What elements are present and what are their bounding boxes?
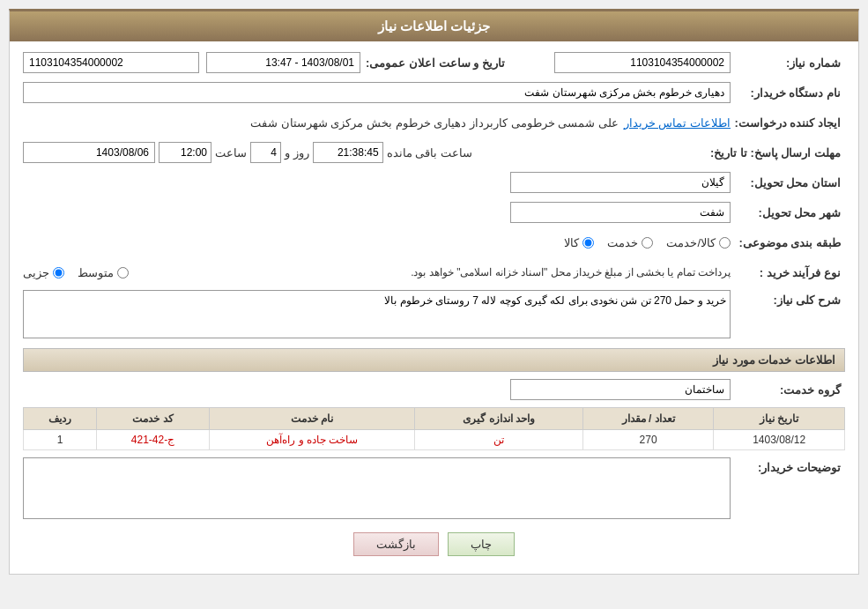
buyer-org-input bbox=[23, 82, 731, 103]
service-group-input bbox=[510, 379, 731, 400]
category-service-radio[interactable] bbox=[642, 237, 653, 249]
days-label: روز و bbox=[285, 146, 309, 160]
purchase-type-label: نوع فرآیند خرید : bbox=[731, 266, 845, 279]
remaining-label: ساعت باقی مانده bbox=[387, 146, 472, 160]
description-row: شرح کلی نیاز: خرید و حمل 270 تن شن نخودی… bbox=[23, 290, 845, 341]
purchase-medium-label: متوسط bbox=[78, 266, 114, 279]
row-number: 1 bbox=[24, 430, 97, 450]
days-input bbox=[250, 142, 281, 163]
purchase-partial-item: جزیی bbox=[23, 266, 64, 279]
col-unit-header: واحد اندازه گیری bbox=[415, 408, 582, 430]
city-input bbox=[510, 202, 731, 223]
need-number-label: شماره نیاز: bbox=[731, 56, 845, 70]
creator-label: ایجاد کننده درخواست: bbox=[731, 116, 845, 130]
service-group-label: گروه خدمت: bbox=[731, 383, 845, 397]
need-id-value bbox=[23, 52, 199, 73]
category-goods-service-radio[interactable] bbox=[719, 237, 731, 249]
city-row: شهر محل تحویل: bbox=[23, 200, 845, 225]
col-date-header: تاریخ نیاز bbox=[714, 408, 845, 430]
main-card: جزئیات اطلاعات نیاز شماره نیاز: تاریخ و … bbox=[9, 9, 859, 575]
contact-link[interactable]: اطلاعات تماس خریدار bbox=[624, 116, 731, 130]
purchase-medium-item: متوسط bbox=[78, 266, 129, 279]
services-section-header: اطلاعات خدمات مورد نیاز bbox=[23, 348, 845, 372]
print-button[interactable]: چاپ bbox=[448, 532, 515, 556]
buyer-org-label: نام دستگاه خریدار: bbox=[731, 86, 845, 100]
unit-link[interactable]: تن bbox=[493, 434, 504, 446]
description-textarea[interactable]: خرید و حمل 270 تن شن نخودی برای لکه گیری… bbox=[23, 290, 731, 338]
reply-deadline-row: مهلت ارسال پاسخ: تا تاریخ: ساعت باقی مان… bbox=[23, 140, 845, 165]
time-label: ساعت bbox=[215, 146, 247, 160]
description-container: خرید و حمل 270 تن شن نخودی برای لکه گیری… bbox=[23, 290, 731, 341]
col-row-header: ردیف bbox=[24, 408, 97, 430]
back-button[interactable]: بازگشت bbox=[353, 532, 439, 556]
need-number-row: شماره نیاز: تاریخ و ساعت اعلان عمومی: bbox=[23, 50, 845, 75]
category-service-label: خدمت bbox=[607, 236, 638, 249]
category-goods-service-label: کالا/خدمت bbox=[666, 236, 716, 249]
col-name-header: نام خدمت bbox=[210, 408, 415, 430]
row-date: 1403/08/12 bbox=[714, 430, 845, 450]
need-number-input[interactable] bbox=[554, 52, 731, 73]
purchase-partial-radio[interactable] bbox=[53, 267, 64, 279]
province-label: استان محل تحویل: bbox=[731, 176, 845, 189]
service-code-link[interactable]: ج-42-421 bbox=[131, 434, 174, 446]
col-code-header: کد خدمت bbox=[97, 408, 210, 430]
card-body: شماره نیاز: تاریخ و ساعت اعلان عمومی: نا… bbox=[10, 41, 858, 574]
service-name-link[interactable]: ساخت جاده و راه‌آهن bbox=[266, 434, 358, 446]
category-goods-radio[interactable] bbox=[582, 237, 594, 249]
category-goods-item: کالا bbox=[564, 236, 594, 249]
province-input bbox=[510, 172, 731, 193]
purchase-medium-radio[interactable] bbox=[117, 267, 129, 279]
announce-date-label: تاریخ و ساعت اعلان عمومی: bbox=[366, 56, 505, 70]
description-label: شرح کلی نیاز: bbox=[731, 290, 845, 307]
services-table: تاریخ نیاز تعداد / مقدار واحد اندازه گیر… bbox=[23, 407, 845, 450]
buyer-notes-textarea[interactable] bbox=[23, 457, 731, 519]
category-goods-label: کالا bbox=[564, 236, 579, 249]
city-label: شهر محل تحویل: bbox=[731, 206, 845, 219]
buyer-org-row: نام دستگاه خریدار: bbox=[23, 80, 845, 105]
announce-date-input[interactable] bbox=[206, 52, 360, 73]
category-radio-group: کالا/خدمت خدمت کالا bbox=[564, 236, 731, 249]
purchase-type-radio-group: متوسط جزیی bbox=[23, 266, 129, 279]
creator-row: ایجاد کننده درخواست: اطلاعات تماس خریدار… bbox=[23, 110, 845, 135]
purchase-partial-label: جزیی bbox=[23, 266, 49, 279]
purchase-type-row: نوع فرآیند خرید : پرداخت تمام یا بخشی از… bbox=[23, 260, 845, 285]
remaining-time-input bbox=[313, 142, 383, 163]
reply-time-input bbox=[159, 142, 211, 163]
row-qty: 270 bbox=[582, 430, 714, 450]
buttons-row: چاپ بازگشت bbox=[23, 532, 845, 556]
page-container: جزئیات اطلاعات نیاز شماره نیاز: تاریخ و … bbox=[0, 0, 868, 609]
page-title: جزئیات اطلاعات نیاز bbox=[10, 11, 858, 41]
buyer-notes-row: توضیحات خریدار: bbox=[23, 457, 845, 519]
reply-date-input bbox=[23, 142, 155, 163]
row-service-name: ساخت جاده و راه‌آهن bbox=[210, 430, 415, 450]
category-row: طبقه بندی موضوعی: کالا/خدمت خدمت کالا bbox=[23, 230, 845, 255]
col-qty-header: تعداد / مقدار bbox=[582, 408, 714, 430]
services-section-title: اطلاعات خدمات مورد نیاز bbox=[713, 353, 835, 367]
reply-deadline-label: مهلت ارسال پاسخ: تا تاریخ: bbox=[710, 146, 845, 160]
category-service-item: خدمت bbox=[607, 236, 653, 249]
category-goods-service-item: کالا/خدمت bbox=[666, 236, 731, 249]
service-group-row: گروه خدمت: bbox=[23, 377, 845, 402]
row-service-code: ج-42-421 bbox=[97, 430, 210, 450]
category-label: طبقه بندی موضوعی: bbox=[731, 236, 845, 249]
buyer-notes-label: توضیحات خریدار: bbox=[731, 457, 845, 474]
province-row: استان محل تحویل: bbox=[23, 170, 845, 195]
creator-value: علی شمسی خرطومی کاربرداز دهیاری خرطوم بخ… bbox=[23, 116, 619, 130]
purchase-note: پرداخت تمام یا بخشی از مبلغ خریداز محل "… bbox=[136, 266, 731, 279]
row-unit: تن bbox=[415, 430, 582, 450]
table-row: 1403/08/12 270 تن ساخت جاده و راه‌آهن ج-… bbox=[24, 430, 845, 450]
header-title: جزئیات اطلاعات نیاز bbox=[378, 19, 490, 33]
